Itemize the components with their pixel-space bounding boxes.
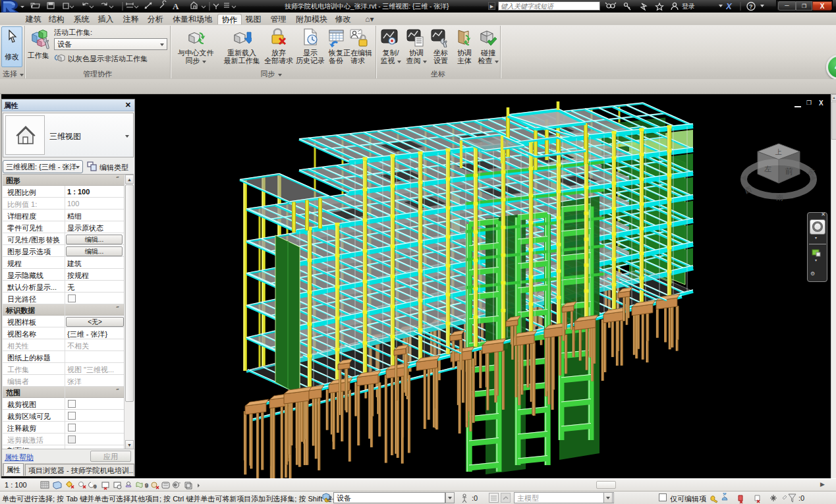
svg-text:X: X bbox=[726, 1, 733, 11]
svg-text:9: 9 bbox=[94, 484, 97, 490]
svg-text:登录: 登录 bbox=[682, 3, 695, 10]
svg-text:?: ? bbox=[749, 3, 753, 10]
svg-text:南: 南 bbox=[776, 194, 783, 202]
svg-text:前: 前 bbox=[785, 167, 793, 176]
svg-text:上: 上 bbox=[775, 148, 782, 155]
svg-text:9: 9 bbox=[145, 482, 148, 489]
svg-text:A: A bbox=[173, 1, 179, 11]
svg-text:左: 左 bbox=[764, 165, 771, 173]
